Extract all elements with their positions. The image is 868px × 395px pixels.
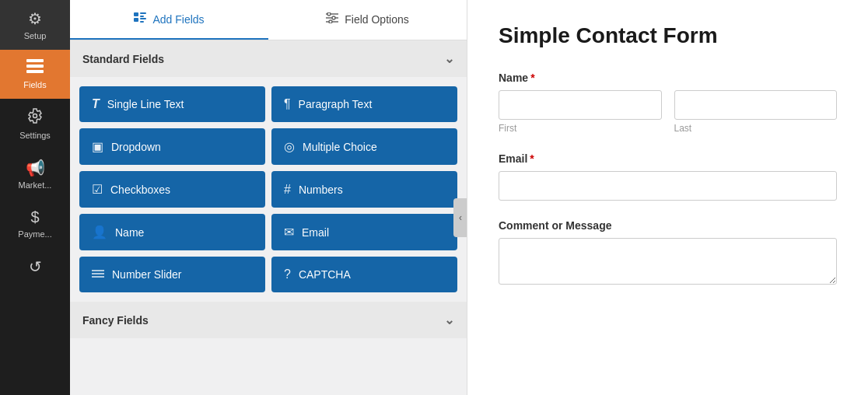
svg-rect-6 xyxy=(140,16,144,17)
sidebar: ⚙ Setup Fields Settings 📢 Market... $ Pa… xyxy=(0,0,70,395)
multiple-choice-button[interactable]: ◎ Multiple Choice xyxy=(271,128,457,165)
first-name-sublabel: First xyxy=(499,123,662,134)
name-field-group: Name* First Last xyxy=(499,72,837,134)
number-slider-label: Number Slider xyxy=(112,268,181,281)
comment-field-group: Comment or Message xyxy=(499,219,837,288)
gear-icon: ⚙ xyxy=(28,9,42,28)
last-name-sublabel: Last xyxy=(674,123,838,134)
name-required-star: * xyxy=(530,72,534,84)
numbers-button[interactable]: # Numbers xyxy=(271,171,457,208)
name-field-icon: 👤 xyxy=(92,225,107,239)
checkboxes-button[interactable]: ☑ Checkboxes xyxy=(79,171,265,208)
sidebar-item-setup-label: Setup xyxy=(24,31,47,40)
number-slider-icon xyxy=(92,267,104,281)
field-options-tab-icon xyxy=(326,12,338,26)
first-name-input[interactable] xyxy=(499,90,662,120)
email-field-label: Email* xyxy=(499,152,837,165)
svg-point-14 xyxy=(332,16,335,19)
tab-add-fields[interactable]: Add Fields xyxy=(70,0,268,40)
payments-icon: $ xyxy=(30,208,39,226)
tab-bar: Add Fields Field Options xyxy=(70,0,467,40)
tab-field-options-label: Field Options xyxy=(345,13,408,26)
history-icon: ↺ xyxy=(29,257,42,276)
standard-fields-collapse-icon: ⌄ xyxy=(444,51,454,66)
multiple-choice-label: Multiple Choice xyxy=(303,141,377,153)
form-title: Simple Contact Form xyxy=(499,23,837,48)
captcha-icon: ? xyxy=(284,267,291,281)
sidebar-item-marketing[interactable]: 📢 Market... xyxy=(0,149,70,199)
paragraph-text-icon: ¶ xyxy=(284,97,291,111)
settings-icon xyxy=(27,108,43,128)
multiple-choice-icon: ◎ xyxy=(284,139,295,154)
email-input[interactable] xyxy=(499,171,837,201)
comment-textarea[interactable] xyxy=(499,238,837,285)
svg-rect-5 xyxy=(140,12,146,14)
svg-point-3 xyxy=(33,114,37,118)
panel-collapse-handle[interactable]: ‹ xyxy=(453,198,467,237)
number-slider-button[interactable]: Number Slider xyxy=(79,257,265,292)
paragraph-text-label: Paragraph Text xyxy=(299,98,373,110)
svg-rect-1 xyxy=(26,65,44,68)
name-inputs: First Last xyxy=(499,90,837,134)
tab-field-options[interactable]: Field Options xyxy=(268,0,467,40)
sidebar-item-setup[interactable]: ⚙ Setup xyxy=(0,0,70,50)
tab-add-fields-label: Add Fields xyxy=(152,13,204,26)
svg-rect-0 xyxy=(26,59,44,62)
fancy-fields-header[interactable]: Fancy Fields ⌄ xyxy=(70,302,467,338)
last-name-input[interactable] xyxy=(674,90,838,120)
last-name-wrapper: Last xyxy=(674,90,838,134)
first-name-wrapper: First xyxy=(499,90,662,134)
single-line-text-label: Single Line Text xyxy=(107,98,184,110)
sidebar-item-history[interactable]: ↺ xyxy=(0,248,70,285)
captcha-label: CAPTCHA xyxy=(299,268,351,281)
sidebar-item-marketing-label: Market... xyxy=(19,180,52,190)
captcha-button[interactable]: ? CAPTCHA xyxy=(271,257,457,292)
svg-rect-9 xyxy=(140,21,144,23)
fancy-fields-collapse-icon: ⌄ xyxy=(444,313,454,327)
email-field-group: Email* xyxy=(499,152,837,201)
svg-point-15 xyxy=(329,20,332,23)
svg-rect-4 xyxy=(134,12,138,16)
sidebar-item-payments-label: Payme... xyxy=(18,229,51,239)
sidebar-item-fields[interactable]: Fields xyxy=(0,50,70,99)
name-field-button[interactable]: 👤 Name xyxy=(79,214,265,250)
sidebar-item-fields-label: Fields xyxy=(23,80,46,89)
sidebar-item-settings[interactable]: Settings xyxy=(0,99,70,149)
preview-panel: Simple Contact Form Name* First Last Ema… xyxy=(467,0,868,395)
marketing-icon: 📢 xyxy=(26,159,45,177)
dropdown-button[interactable]: ▣ Dropdown xyxy=(79,128,265,165)
checkboxes-label: Checkboxes xyxy=(110,184,170,196)
fancy-fields-label: Fancy Fields xyxy=(82,314,149,327)
svg-rect-7 xyxy=(134,18,138,22)
email-required-star: * xyxy=(530,152,534,165)
numbers-icon: # xyxy=(284,183,291,197)
standard-fields-grid: T Single Line Text ¶ Paragraph Text ▣ Dr… xyxy=(70,77,467,302)
email-field-icon: ✉ xyxy=(284,225,294,239)
fields-content: Standard Fields ⌄ T Single Line Text ¶ P… xyxy=(70,40,467,395)
dropdown-label: Dropdown xyxy=(111,141,161,153)
name-field-label: Name* xyxy=(499,72,837,84)
collapse-handle-icon: ‹ xyxy=(459,212,462,223)
email-field-button[interactable]: ✉ Email xyxy=(271,214,457,250)
main-panel: Add Fields Field Options Standard Fields… xyxy=(70,0,467,395)
standard-fields-header[interactable]: Standard Fields ⌄ xyxy=(70,40,467,77)
sidebar-item-settings-label: Settings xyxy=(19,131,51,140)
svg-rect-2 xyxy=(26,70,44,73)
single-line-text-icon: T xyxy=(92,97,100,111)
fields-icon xyxy=(26,59,44,77)
single-line-text-button[interactable]: T Single Line Text xyxy=(79,86,265,122)
name-field-label: Name xyxy=(115,226,144,239)
dropdown-icon: ▣ xyxy=(92,139,103,154)
sidebar-item-payments[interactable]: $ Payme... xyxy=(0,199,70,248)
svg-point-13 xyxy=(327,12,331,16)
checkboxes-icon: ☑ xyxy=(92,182,103,197)
standard-fields-label: Standard Fields xyxy=(82,53,164,65)
email-field-label: Email xyxy=(302,226,329,239)
add-fields-tab-icon xyxy=(134,12,146,26)
numbers-label: Numbers xyxy=(299,184,343,196)
svg-rect-8 xyxy=(140,18,146,19)
comment-field-label: Comment or Message xyxy=(499,219,837,232)
paragraph-text-button[interactable]: ¶ Paragraph Text xyxy=(271,86,457,122)
